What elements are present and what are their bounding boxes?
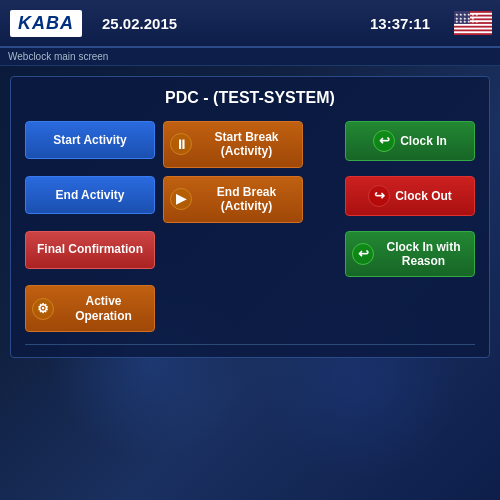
clock-in-button[interactable]: ↩ Clock In [345,121,475,161]
svg-rect-4 [454,24,492,26]
submenu-text: Webclock main screen [8,51,108,62]
header: KABA 25.02.2015 13:37:11 ★★★★★★ ★★★★★ ★★… [0,0,500,48]
clock-in-icon: ↩ [373,130,395,152]
end-activity-button[interactable]: End Activity [25,176,155,214]
clock-out-icon: ↪ [368,185,390,207]
end-break-button[interactable]: ▶ End Break (Activity) [163,176,303,223]
active-operation-icon: ⚙ [32,298,54,320]
start-activity-button[interactable]: Start Activity [25,121,155,159]
kaba-logo: KABA [10,10,82,37]
separator [25,344,475,345]
submenu-bar: Webclock main screen [0,48,500,66]
time-display: 13:37:11 [370,15,430,32]
active-operation-button[interactable]: ⚙ Active Operation [25,285,155,332]
start-break-icon: ⏸ [170,133,192,155]
panel-title: PDC - (TEST-SYSTEM) [25,89,475,107]
start-break-button[interactable]: ⏸ Start Break (Activity) [163,121,303,168]
panel: PDC - (TEST-SYSTEM) Start Activity ⏸ Sta… [10,76,490,358]
us-flag: ★★★★★★ ★★★★★ ★★★★★★ [454,11,492,35]
main-content: PDC - (TEST-SYSTEM) Start Activity ⏸ Sta… [0,66,500,500]
end-break-icon: ▶ [170,188,192,210]
button-grid: Start Activity ⏸ Start Break (Activity) … [25,121,475,332]
logo-area: KABA 25.02.2015 [10,10,177,37]
svg-text:★★★★★★: ★★★★★★ [455,20,479,24]
final-confirmation-button[interactable]: Final Confirmation [25,231,155,269]
svg-rect-5 [454,28,492,30]
clock-out-button[interactable]: ↪ Clock Out [345,176,475,216]
svg-rect-6 [454,31,492,33]
clock-in-with-reason-button[interactable]: ↩ Clock In with Reason [345,231,475,278]
date-display: 25.02.2015 [102,15,177,32]
clock-in-reason-icon: ↩ [352,243,374,265]
